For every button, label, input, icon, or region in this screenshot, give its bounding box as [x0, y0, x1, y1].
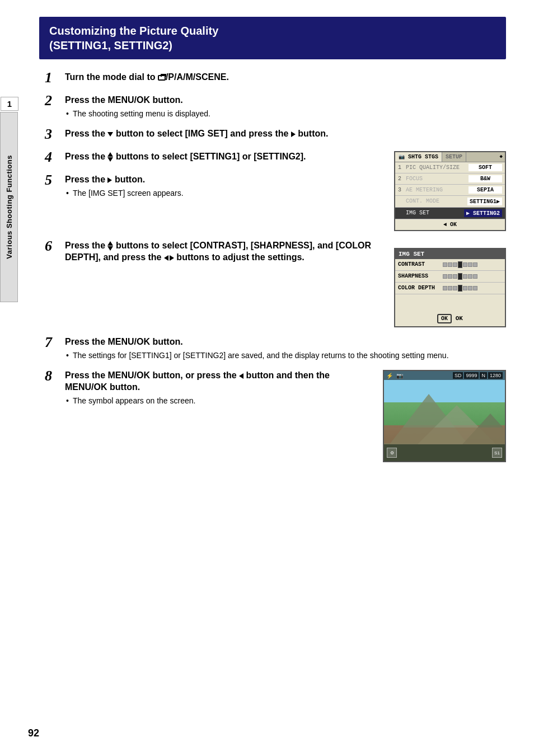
- step-6-title: Press the buttons to select [CONTRAST], …: [65, 240, 383, 264]
- step-2: 2 Press the MENU/OK button. The shooting…: [45, 95, 506, 119]
- screen2-title: IMG SET: [395, 249, 505, 259]
- preview-counter: SD 9999 N 1280: [453, 372, 503, 379]
- camera-preview-image: ⚡ 📷 SD 9999 N 1280: [383, 370, 506, 462]
- bar-center: [458, 285, 462, 292]
- preview-icon-1: ⚙: [387, 448, 397, 458]
- step-8-text: 8 Press the MENU/OK button, or press the…: [45, 370, 372, 462]
- bar-seg: [443, 262, 447, 267]
- screen1-footer: ◄ OK: [395, 219, 505, 230]
- steps-4-5-block: 4 Press the buttons to select [SETTING1]…: [45, 151, 506, 231]
- screen1-tab-inactive: SETUP: [442, 152, 466, 162]
- page-wrapper: 1 Various Shooting Functions Customizing…: [0, 0, 534, 756]
- battery-icon: ⚡: [386, 373, 393, 379]
- counter-size: 1280: [488, 372, 503, 379]
- step-8-title: Press the MENU/OK button, or press the b…: [65, 370, 372, 393]
- step-4-title: Press the buttons to select [SETTING1] o…: [65, 151, 383, 163]
- screen1-header: 📷 SHTG STGS SETUP ◆: [395, 152, 505, 162]
- step-5-bullet: The [IMG SET] screen appears.: [65, 188, 383, 199]
- step-7: 7 Press the MENU/OK button. The settings…: [45, 336, 506, 361]
- step-2-title: Press the MENU/OK button.: [65, 95, 506, 106]
- counter-sd-icon: SD: [453, 372, 463, 379]
- step-1-content: Turn the mode dial to /P/A/M/SCENE.: [65, 72, 506, 86]
- screen2-box: IMG SET CONTRAST: [394, 248, 506, 327]
- step-2-number: 2: [45, 93, 65, 108]
- down-arrow-icon: [107, 132, 113, 137]
- mountains-svg: [384, 383, 505, 444]
- step-3-content: Press the button to select [IMG SET] and…: [65, 128, 506, 142]
- bar-seg: [448, 262, 452, 267]
- camera-icon: [158, 75, 166, 81]
- screen2-row-contrast: CONTRAST: [395, 259, 505, 271]
- step-4-content: Press the buttons to select [SETTING1] o…: [65, 151, 383, 165]
- step-7-bullet: The settings for [SETTING1] or [SETTING2…: [65, 350, 506, 361]
- step-6: 6 Press the buttons to select [CONTRAST]…: [45, 240, 383, 266]
- ok-button-icon: OK: [437, 314, 452, 323]
- screen2-mockup: IMG SET CONTRAST: [394, 240, 506, 327]
- bar-seg: [463, 262, 467, 267]
- step-7-title: Press the MENU/OK button.: [65, 336, 506, 348]
- side-tab-number: 1: [1, 97, 18, 111]
- bar-seg: [448, 274, 452, 279]
- screen2-row-sharpness: SHARPNESS: [395, 271, 505, 283]
- counter-quality: N: [480, 372, 487, 379]
- leftright-arrows-icon: [164, 255, 174, 261]
- screen1-row-1: 1 PIC QUALITY/SIZE SOFT: [395, 162, 505, 173]
- screen1-mockup: 📷 SHTG STGS SETUP ◆ 1 PIC QUALITY/SIZE S…: [394, 151, 506, 231]
- step-1-number: 1: [45, 71, 65, 85]
- side-tab: 1 Various Shooting Functions: [0, 112, 18, 302]
- bar-seg: [448, 286, 452, 290]
- left-arrow-icon: [239, 373, 243, 379]
- screen1-row-3: 3 AE METERING SEPIA: [395, 185, 505, 196]
- bar-seg: [463, 286, 467, 290]
- camera-preview-col: ⚡ 📷 SD 9999 N 1280: [383, 370, 506, 462]
- updown-arrows-icon-2: [107, 241, 113, 251]
- step-5: 5 Press the button. The [IMG SET] screen…: [45, 174, 383, 199]
- bar-seg: [443, 274, 447, 279]
- step-8-number: 8: [45, 369, 65, 383]
- step-1: 1 Turn the mode dial to /P/A/M/SCENE.: [45, 72, 506, 86]
- step-3-title: Press the button to select [IMG SET] and…: [65, 128, 506, 140]
- step-3: 3 Press the button to select [IMG SET] a…: [45, 128, 506, 142]
- preview-icon-2: S1: [492, 448, 502, 458]
- step-6-content: Press the buttons to select [CONTRAST], …: [65, 240, 383, 266]
- side-tab-text: Various Shooting Functions: [5, 155, 13, 259]
- svg-rect-3: [384, 428, 505, 444]
- step-4: 4 Press the buttons to select [SETTING1]…: [45, 151, 383, 165]
- bar-seg: [473, 274, 477, 279]
- preview-bottombar: ⚙ S1: [384, 444, 505, 461]
- step-6-number: 6: [45, 239, 65, 253]
- step-4-number: 4: [45, 150, 65, 165]
- bar-seg: [468, 262, 472, 267]
- bar-seg: [468, 274, 472, 279]
- step-7-content: Press the MENU/OK button. The settings f…: [65, 336, 506, 361]
- step-6-block: 6 Press the buttons to select [CONTRAST]…: [45, 240, 506, 327]
- screen2-row-colordepth: COLOR DEPTH: [395, 283, 505, 294]
- steps-container: 1 Turn the mode dial to /P/A/M/SCENE. 2 …: [39, 72, 506, 462]
- steps-4-5-text: 4 Press the buttons to select [SETTING1]…: [45, 151, 383, 231]
- step-5-number: 5: [45, 173, 65, 187]
- bar-seg: [453, 286, 457, 290]
- bar-seg: [463, 274, 467, 279]
- header-box: Customizing the Picture Quality (SETTING…: [39, 17, 506, 59]
- screen2-footer: OK OK: [395, 311, 505, 326]
- screen1-tab-active: 📷 SHTG STGS: [395, 152, 442, 162]
- step-8: 8 Press the MENU/OK button, or press the…: [45, 370, 372, 406]
- step-5-content: Press the button. The [IMG SET] screen a…: [65, 174, 383, 199]
- counter-frame-count: 9999: [464, 372, 479, 379]
- right-arrow-icon: [291, 132, 296, 137]
- step-3-number: 3: [45, 127, 65, 142]
- screen1-box: 📷 SHTG STGS SETUP ◆ 1 PIC QUALITY/SIZE S…: [394, 151, 506, 231]
- right-arrow-icon-2: [107, 177, 112, 183]
- step-6-text-col: 6 Press the buttons to select [CONTRAST]…: [45, 240, 383, 327]
- screen1-row-4: CONT. MODE SETTING1▶: [395, 196, 505, 208]
- camera-mode-icon: 📷: [396, 373, 403, 379]
- preview-topbar: ⚡ 📷 SD 9999 N 1280: [384, 371, 505, 380]
- bar-center: [458, 261, 462, 268]
- step-8-block: 8 Press the MENU/OK button, or press the…: [45, 370, 506, 462]
- bar-seg: [473, 286, 477, 290]
- step-5-title: Press the button.: [65, 174, 383, 186]
- page-number: 92: [28, 727, 39, 739]
- bar-seg: [473, 262, 477, 267]
- bar-seg: [443, 286, 447, 290]
- step-8-bullet: The symbol appears on the screen.: [65, 396, 372, 407]
